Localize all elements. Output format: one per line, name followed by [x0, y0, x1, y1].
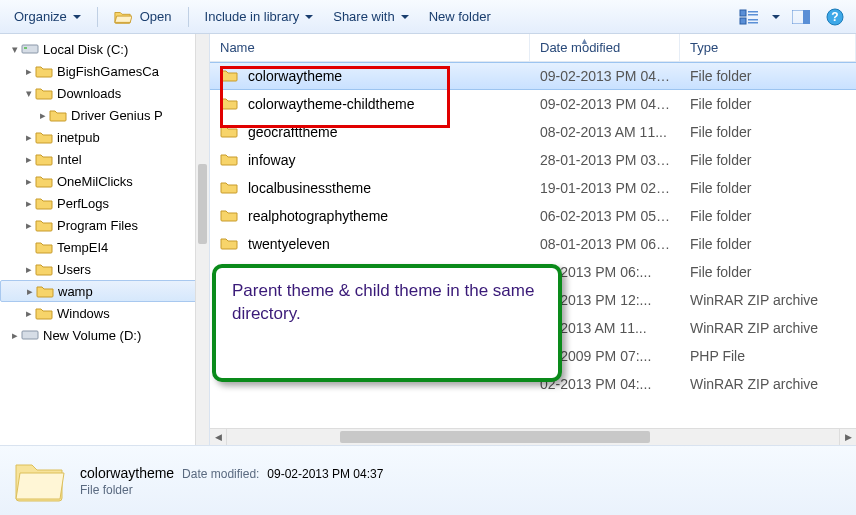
tree-item-newvolume[interactable]: ▸New Volume (D:) — [0, 324, 209, 346]
tree-item-users[interactable]: ▸Users — [0, 258, 209, 280]
svg-rect-2 — [748, 14, 758, 16]
file-row[interactable]: localbusinesstheme19-01-2013 PM 02:...Fi… — [210, 174, 856, 202]
folder-icon — [220, 179, 242, 198]
file-row[interactable]: twentyeleven08-01-2013 PM 06:...File fol… — [210, 230, 856, 258]
folder-icon — [220, 235, 242, 254]
column-name[interactable]: Name — [210, 34, 530, 61]
label: Users — [57, 262, 91, 277]
file-row[interactable]: infoway28-01-2013 PM 03:...File folder — [210, 146, 856, 174]
separator — [188, 7, 189, 27]
label: Program Files — [57, 218, 138, 233]
list-hscrollbar[interactable]: ◀ ▶ — [210, 428, 856, 445]
view-mode-button[interactable] — [736, 6, 762, 28]
cell-name: infoway — [210, 151, 530, 170]
expand-icon[interactable]: ▸ — [36, 109, 49, 122]
tree-item-perflogs[interactable]: ▸PerfLogs — [0, 192, 209, 214]
details-modified-label: Date modified: — [182, 467, 259, 481]
file-name: infoway — [248, 152, 295, 168]
cell-date: 08-02-2013 AM 11... — [530, 124, 680, 140]
expand-icon[interactable]: ▸ — [22, 197, 35, 210]
details-text: colorwaytheme Date modified: 09-02-2013 … — [80, 465, 383, 497]
details-modified-value: 09-02-2013 PM 04:37 — [267, 467, 383, 481]
label: Downloads — [57, 86, 121, 101]
file-name: geocrafttheme — [248, 124, 338, 140]
expand-icon[interactable]: ▾ — [8, 43, 21, 56]
expand-icon[interactable]: ▸ — [23, 285, 36, 298]
file-name: twentyeleven — [248, 236, 330, 252]
folder-icon — [35, 63, 53, 79]
expand-icon[interactable]: ▸ — [22, 153, 35, 166]
expand-icon[interactable]: ▸ — [22, 307, 35, 320]
folder-icon — [35, 85, 53, 101]
cell-type: File folder — [680, 152, 856, 168]
view-icon — [739, 9, 759, 25]
open-button[interactable]: Open — [108, 6, 178, 28]
chevron-down-icon[interactable] — [772, 15, 780, 19]
tree-item-driver[interactable]: ▸Driver Genius P — [0, 104, 209, 126]
folder-icon — [35, 239, 53, 255]
include-library-menu[interactable]: Include in library — [199, 6, 320, 27]
label: TempEI4 — [57, 240, 108, 255]
share-with-menu[interactable]: Share with — [327, 6, 414, 27]
help-button[interactable]: ? — [822, 6, 848, 28]
cell-type: File folder — [680, 208, 856, 224]
label: New Volume (D:) — [43, 328, 141, 343]
file-row[interactable]: geocrafttheme08-02-2013 AM 11...File fol… — [210, 118, 856, 146]
file-name: realphotographytheme — [248, 208, 388, 224]
folder-icon — [35, 305, 53, 321]
expand-icon[interactable]: ▸ — [22, 131, 35, 144]
cell-type: WinRAR ZIP archive — [680, 376, 856, 392]
annotation-callout: Parent theme & child theme in the same d… — [212, 264, 562, 382]
tree-item-tempei4[interactable]: TempEI4 — [0, 236, 209, 258]
expand-icon[interactable]: ▸ — [22, 263, 35, 276]
tree-item-intel[interactable]: ▸Intel — [0, 148, 209, 170]
tree-item-bigfish[interactable]: ▸BigFishGamesCa — [0, 60, 209, 82]
file-name: colorwaytheme-childtheme — [248, 96, 415, 112]
scroll-right-arrow[interactable]: ▶ — [839, 429, 856, 445]
cell-name: geocrafttheme — [210, 123, 530, 142]
open-folder-icon — [114, 9, 132, 25]
svg-rect-7 — [803, 10, 810, 24]
file-name: colorwaytheme — [248, 68, 342, 84]
cell-date: 09-02-2013 PM 04:... — [530, 96, 680, 112]
expand-icon[interactable]: ▸ — [22, 65, 35, 78]
cell-type: File folder — [680, 96, 856, 112]
tree-item-local-disk[interactable]: ▾Local Disk (C:) — [0, 38, 209, 60]
cell-type: File folder — [680, 264, 856, 280]
scrollbar-thumb[interactable] — [198, 164, 207, 244]
organize-menu[interactable]: Organize — [8, 6, 87, 27]
folder-icon — [35, 261, 53, 277]
file-row[interactable]: realphotographytheme06-02-2013 PM 05:...… — [210, 202, 856, 230]
expand-icon[interactable]: ▾ — [22, 87, 35, 100]
preview-pane-button[interactable] — [788, 6, 814, 28]
folder-icon — [35, 129, 53, 145]
share-label: Share with — [333, 9, 394, 24]
scrollbar-thumb[interactable] — [340, 431, 650, 443]
expand-icon[interactable]: ▸ — [8, 329, 21, 342]
label: PerfLogs — [57, 196, 109, 211]
scroll-left-arrow[interactable]: ◀ — [210, 429, 227, 445]
expand-icon[interactable]: ▸ — [22, 175, 35, 188]
annotation-text: Parent theme & child theme in the same d… — [232, 281, 534, 323]
cell-name: localbusinesstheme — [210, 179, 530, 198]
tree-item-downloads[interactable]: ▾Downloads — [0, 82, 209, 104]
column-type[interactable]: Type — [680, 34, 856, 61]
folder-large-icon — [12, 457, 66, 505]
folder-icon — [220, 151, 242, 170]
tree-scrollbar[interactable] — [195, 34, 209, 445]
tree-item-windows[interactable]: ▸Windows — [0, 302, 209, 324]
column-date[interactable]: Date modified — [530, 34, 680, 61]
help-icon: ? — [826, 8, 844, 26]
new-folder-button[interactable]: New folder — [423, 6, 497, 27]
expand-icon[interactable]: ▸ — [22, 219, 35, 232]
tree-item-wamp[interactable]: ▸wamp — [0, 280, 209, 302]
label: OneMilClicks — [57, 174, 133, 189]
tree-item-onemilclicks[interactable]: ▸OneMilClicks — [0, 170, 209, 192]
file-row[interactable]: colorwaytheme09-02-2013 PM 04:...File fo… — [210, 62, 856, 90]
tree-item-inetpub[interactable]: ▸inetpub — [0, 126, 209, 148]
folder-icon — [220, 95, 242, 114]
tree-item-programfiles[interactable]: ▸Program Files — [0, 214, 209, 236]
file-row[interactable]: colorwaytheme-childtheme09-02-2013 PM 04… — [210, 90, 856, 118]
details-type: File folder — [80, 483, 383, 497]
label: inetpub — [57, 130, 100, 145]
